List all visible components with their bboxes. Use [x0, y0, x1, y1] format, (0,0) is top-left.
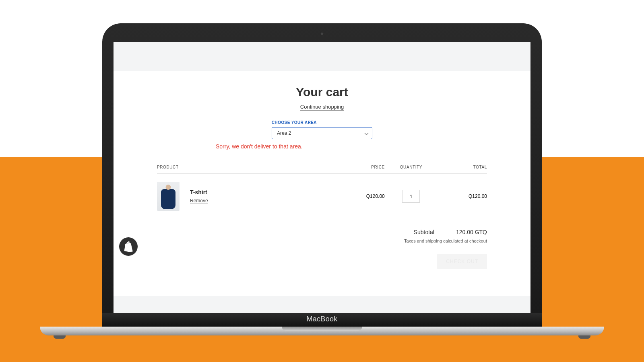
line-price: Q120.00: [332, 174, 385, 219]
product-thumbnail[interactable]: [157, 182, 180, 211]
subtotal-value: 120.00 GTQ: [456, 229, 487, 235]
col-total: TOTAL: [438, 161, 487, 174]
remove-item-link[interactable]: Remove: [190, 198, 208, 204]
subtotal-label: Subtotal: [414, 229, 434, 235]
laptop-brand-label: MacBook: [306, 315, 337, 323]
shopify-icon: [124, 241, 133, 252]
laptop-notch: [282, 327, 362, 331]
shopify-badge[interactable]: [119, 237, 138, 256]
col-product: PRODUCT: [157, 161, 332, 174]
cart-page: Your cart Continue shopping CHOOSE YOUR …: [114, 71, 530, 296]
col-price: PRICE: [332, 161, 385, 174]
checkout-button[interactable]: CHECK OUT: [437, 254, 487, 269]
laptop-screen: Your cart Continue shopping CHOOSE YOUR …: [114, 42, 530, 313]
line-total: Q120.00: [438, 174, 487, 219]
laptop-foot-right: [578, 335, 590, 339]
area-select[interactable]: Area 2: [272, 127, 372, 139]
table-header-row: PRODUCT PRICE QUANTITY TOTAL: [157, 161, 487, 174]
laptop-foot-left: [54, 335, 66, 339]
area-select-value: Area 2: [277, 130, 291, 136]
laptop-bezel: Your cart Continue shopping CHOOSE YOUR …: [102, 23, 542, 313]
continue-shopping-link[interactable]: Continue shopping: [157, 104, 487, 110]
area-selector-label: CHOOSE YOUR AREA: [272, 120, 372, 125]
laptop-frame: Your cart Continue shopping CHOOSE YOUR …: [102, 23, 542, 313]
cart-table: PRODUCT PRICE QUANTITY TOTAL: [157, 161, 487, 219]
store-header-bar: [114, 42, 530, 71]
camera-icon: [320, 32, 324, 35]
cart-summary: Subtotal 120.00 GTQ Taxes and shipping c…: [157, 229, 487, 269]
delivery-error-message: Sorry, we don't deliver to that area.: [213, 143, 431, 150]
chevron-down-icon: [365, 132, 368, 135]
area-selector-block: CHOOSE YOUR AREA Area 2: [272, 120, 372, 139]
col-quantity: QUANTITY: [385, 161, 438, 174]
laptop-base: [40, 327, 604, 335]
store-footer-bar: [114, 296, 530, 313]
table-row: T-shirt Remove Q120.00 Q120.00: [157, 174, 487, 219]
product-name-link[interactable]: T-shirt: [190, 189, 207, 196]
quantity-input[interactable]: [402, 190, 420, 203]
laptop-brand-bar: MacBook: [102, 313, 542, 327]
page-title: Your cart: [157, 85, 487, 99]
continue-shopping-label: Continue shopping: [300, 104, 344, 111]
tax-shipping-note: Taxes and shipping calculated at checkou…: [157, 239, 487, 243]
